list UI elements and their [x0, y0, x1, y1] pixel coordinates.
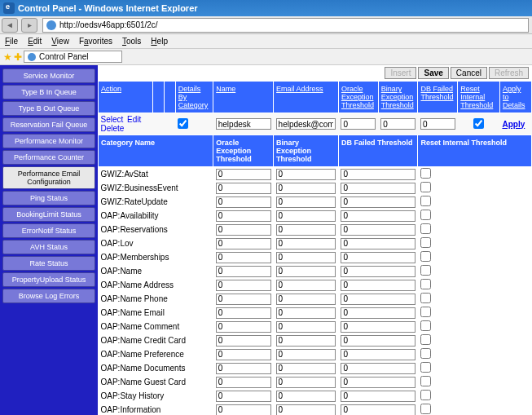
forward-button[interactable]: ▸ — [21, 18, 37, 33]
row-dbfailed-input[interactable] — [341, 238, 415, 249]
row-reset-checkbox[interactable] — [420, 390, 431, 400]
row-binary-input[interactable] — [276, 349, 336, 360]
sidebar-item-bookinglimit-status[interactable]: BookingLimit Status — [2, 207, 95, 222]
row-dbfailed-input[interactable] — [341, 391, 415, 402]
address-input[interactable]: http://oedsv46app:6501/2c/ — [42, 18, 529, 33]
edit-link[interactable]: Edit — [127, 115, 141, 124]
row-dbfailed-input[interactable] — [341, 321, 415, 333]
row-dbfailed-input[interactable] — [341, 294, 415, 305]
sidebar-item-type-b-in-queue[interactable]: Type B In Queue — [2, 85, 95, 99]
row-oracle-input[interactable] — [216, 266, 271, 277]
row-binary-input[interactable] — [276, 280, 336, 291]
row-binary-input[interactable] — [276, 183, 336, 194]
row-oracle-input[interactable] — [216, 321, 271, 333]
row-reset-checkbox[interactable] — [420, 348, 431, 359]
select-link[interactable]: Select — [101, 115, 124, 124]
row-oracle-input[interactable] — [216, 183, 271, 194]
cancel-button[interactable]: Cancel — [451, 67, 487, 79]
row-reset-checkbox[interactable] — [420, 196, 431, 206]
row-oracle-input[interactable] — [216, 363, 271, 374]
row-dbfailed-input[interactable] — [341, 349, 415, 360]
save-button[interactable]: Save — [418, 67, 448, 79]
sidebar-item-reservation-fail-queue[interactable]: Reservation Fail Queue — [2, 117, 95, 132]
row-binary-input[interactable] — [276, 266, 336, 277]
row-reset-checkbox[interactable] — [420, 320, 431, 331]
row-dbfailed-input[interactable] — [341, 224, 415, 236]
oracle-input[interactable] — [341, 118, 376, 130]
apply-link[interactable]: Apply — [502, 120, 525, 129]
sidebar-item-type-b-out-queue[interactable]: Type B Out Queue — [2, 101, 95, 116]
sidebar-item-performance-email-configuration[interactable]: Performance Email Configuration — [2, 166, 95, 189]
row-reset-checkbox[interactable] — [420, 265, 431, 276]
row-oracle-input[interactable] — [216, 294, 271, 305]
favorites-star-icon[interactable]: ★ — [3, 51, 12, 63]
sidebar-item-errornotif-status[interactable]: ErrorNotif Status — [2, 223, 95, 238]
menu-favorites[interactable]: Favorites — [79, 37, 112, 46]
row-binary-input[interactable] — [276, 210, 336, 222]
row-oracle-input[interactable] — [216, 280, 271, 291]
row-dbfailed-input[interactable] — [341, 266, 415, 277]
row-dbfailed-input[interactable] — [341, 169, 415, 180]
refresh-button[interactable]: Refresh — [489, 67, 529, 79]
sidebar-item-performance-monitor[interactable]: Performance Monitor — [2, 134, 95, 148]
row-reset-checkbox[interactable] — [420, 307, 431, 317]
sidebar-item-performance-counter[interactable]: Performance Counter — [2, 150, 95, 165]
delete-link[interactable]: Delete — [101, 124, 125, 133]
row-binary-input[interactable] — [276, 377, 336, 388]
row-reset-checkbox[interactable] — [420, 362, 431, 373]
add-favorites-icon[interactable]: ✚ — [14, 51, 22, 63]
row-oracle-input[interactable] — [216, 238, 271, 249]
menu-help[interactable]: Help — [151, 37, 168, 46]
row-reset-checkbox[interactable] — [420, 223, 431, 234]
email-input[interactable] — [276, 118, 336, 130]
row-dbfailed-input[interactable] — [341, 377, 415, 388]
row-binary-input[interactable] — [276, 169, 336, 180]
row-binary-input[interactable] — [276, 224, 336, 236]
row-reset-checkbox[interactable] — [420, 404, 431, 414]
row-oracle-input[interactable] — [216, 307, 271, 319]
sidebar-item-rate-status[interactable]: Rate Status — [2, 256, 95, 271]
row-oracle-input[interactable] — [216, 196, 271, 208]
sidebar-item-propertyupload-status[interactable]: PropertyUpload Status — [2, 272, 95, 287]
row-dbfailed-input[interactable] — [341, 307, 415, 319]
row-reset-checkbox[interactable] — [420, 376, 431, 386]
row-reset-checkbox[interactable] — [420, 251, 431, 262]
row-reset-checkbox[interactable] — [420, 182, 431, 192]
insert-button[interactable]: Insert — [385, 67, 416, 79]
row-binary-input[interactable] — [276, 363, 336, 374]
menu-file[interactable]: File — [5, 37, 18, 46]
sidebar-item-service-monitor[interactable]: Service Monitor — [2, 68, 95, 83]
row-binary-input[interactable] — [276, 196, 336, 208]
row-oracle-input[interactable] — [216, 391, 271, 402]
menu-tools[interactable]: Tools — [122, 37, 141, 46]
browser-tab[interactable]: Control Panel — [24, 51, 122, 63]
row-binary-input[interactable] — [276, 321, 336, 333]
row-reset-checkbox[interactable] — [420, 210, 431, 220]
details-checkbox[interactable] — [178, 118, 188, 129]
sidebar-item-browse-log-errors[interactable]: Browse Log Errors — [2, 289, 95, 303]
row-binary-input[interactable] — [276, 404, 336, 416]
row-oracle-input[interactable] — [216, 377, 271, 388]
row-reset-checkbox[interactable] — [420, 293, 431, 303]
row-oracle-input[interactable] — [216, 335, 271, 347]
row-oracle-input[interactable] — [216, 169, 271, 180]
row-oracle-input[interactable] — [216, 210, 271, 222]
reset-checkbox[interactable] — [473, 118, 484, 129]
name-input[interactable] — [216, 118, 271, 130]
row-binary-input[interactable] — [276, 238, 336, 249]
row-binary-input[interactable] — [276, 294, 336, 305]
row-dbfailed-input[interactable] — [341, 280, 415, 291]
row-reset-checkbox[interactable] — [420, 237, 431, 248]
menu-view[interactable]: View — [51, 37, 69, 46]
row-oracle-input[interactable] — [216, 252, 271, 263]
row-binary-input[interactable] — [276, 391, 336, 402]
row-binary-input[interactable] — [276, 307, 336, 319]
row-dbfailed-input[interactable] — [341, 404, 415, 416]
menu-edit[interactable]: Edit — [28, 37, 42, 46]
binary-input[interactable] — [380, 118, 415, 130]
back-button[interactable]: ◄ — [2, 18, 18, 33]
row-dbfailed-input[interactable] — [341, 210, 415, 222]
row-oracle-input[interactable] — [216, 349, 271, 360]
row-dbfailed-input[interactable] — [341, 252, 415, 263]
row-reset-checkbox[interactable] — [420, 168, 431, 179]
